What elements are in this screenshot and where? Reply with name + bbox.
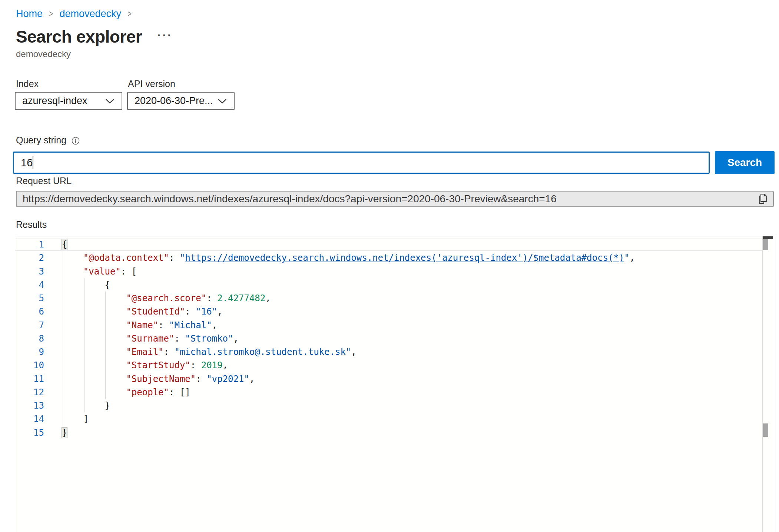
breadcrumb-link-demovedecky[interactable]: demovedecky bbox=[59, 8, 121, 20]
json-token-num: 2.4277482 bbox=[217, 293, 265, 303]
code-line[interactable]: 6 "StudentId": "16", bbox=[15, 305, 762, 318]
api-version-label: API version bbox=[128, 79, 175, 89]
code-line-text: "people": [] bbox=[62, 386, 190, 399]
scrollbar-track-divider bbox=[762, 236, 763, 532]
line-number: 2 bbox=[15, 251, 44, 265]
json-token-punct bbox=[62, 306, 126, 317]
code-line-text: { bbox=[62, 238, 67, 251]
code-line[interactable]: 11 "SubjectName": "vp2021", bbox=[15, 372, 762, 386]
context-menu-ellipsis-icon[interactable]: ··· bbox=[155, 28, 175, 43]
line-number: 5 bbox=[15, 292, 44, 305]
json-token-punct: , bbox=[249, 374, 255, 384]
json-token-key: "Email" bbox=[126, 347, 163, 357]
json-token-punct bbox=[62, 320, 126, 330]
json-token-punct bbox=[62, 253, 83, 263]
code-line[interactable]: 2 "@odata.context": "https://demovedecky… bbox=[15, 251, 762, 265]
index-label: Index bbox=[16, 79, 128, 89]
index-dropdown-value: azuresql-index bbox=[22, 95, 105, 107]
json-token-punct: , bbox=[351, 347, 356, 357]
json-token-punct: , bbox=[212, 320, 217, 330]
json-token-str: "Michal" bbox=[169, 320, 212, 330]
code-line-text: "Name": "Michal", bbox=[62, 319, 217, 332]
code-line-text: "@search.score": 2.4277482, bbox=[62, 292, 271, 305]
json-token-punct: : [ bbox=[121, 266, 137, 277]
line-number: 1 bbox=[15, 238, 44, 251]
code-line-text: "Email": "michal.stromko@.student.tuke.s… bbox=[62, 345, 357, 359]
json-token-punct bbox=[62, 347, 126, 357]
json-token-key: "Name" bbox=[126, 320, 158, 330]
line-number: 4 bbox=[15, 278, 44, 292]
page-title: Search explorer bbox=[16, 27, 142, 47]
json-token-str: "vp2021" bbox=[206, 374, 249, 384]
json-token-punct bbox=[62, 266, 83, 277]
json-token-punct: ] bbox=[62, 414, 89, 424]
json-token-key: "@search.score" bbox=[126, 293, 206, 303]
line-number: 10 bbox=[15, 359, 44, 372]
request-url-label: Request URL bbox=[16, 176, 72, 186]
code-line[interactable]: 15} bbox=[15, 426, 762, 439]
json-token-punct: , bbox=[630, 253, 635, 263]
json-token-punct: { bbox=[62, 239, 67, 250]
query-input[interactable] bbox=[13, 152, 710, 174]
code-line[interactable]: 8 "Surname": "Stromko", bbox=[15, 332, 762, 345]
results-json-editor[interactable]: 1{2 "@odata.context": "https://demovedec… bbox=[15, 236, 774, 532]
dropdown-row: azuresql-index 2020-06-30-Pre... bbox=[15, 92, 235, 110]
chevron-down-icon bbox=[217, 97, 227, 106]
json-token-punct: , bbox=[233, 333, 238, 344]
code-lines: 1{2 "@odata.context": "https://demovedec… bbox=[15, 238, 774, 439]
search-button[interactable]: Search bbox=[715, 151, 775, 174]
code-line[interactable]: 12 "people": [] bbox=[15, 386, 762, 399]
json-token-punct: : bbox=[158, 320, 169, 330]
title-row: Search explorer ··· bbox=[16, 27, 175, 47]
line-number: 12 bbox=[15, 386, 44, 399]
json-token-punct: : bbox=[206, 293, 217, 303]
json-token-num: 2019 bbox=[201, 360, 223, 370]
code-line-text: ] bbox=[62, 412, 89, 426]
json-token-punct: , bbox=[265, 293, 271, 303]
breadcrumb-link-home[interactable]: Home bbox=[16, 8, 43, 20]
json-token-punct: : [] bbox=[169, 387, 190, 398]
json-token-punct: : bbox=[196, 374, 206, 384]
request-url-field[interactable]: https://demovedecky.search.windows.net/i… bbox=[16, 191, 774, 207]
line-number: 8 bbox=[15, 332, 44, 345]
code-line[interactable]: 4 { bbox=[15, 278, 762, 292]
json-token-str: "Stromko" bbox=[185, 333, 233, 344]
code-line[interactable]: 13 } bbox=[15, 399, 762, 412]
json-token-punct: : bbox=[190, 360, 201, 370]
code-line[interactable]: 5 "@search.score": 2.4277482, bbox=[15, 292, 762, 305]
line-number: 11 bbox=[15, 372, 44, 386]
info-icon[interactable] bbox=[72, 137, 80, 145]
page-subtitle: demovedecky bbox=[16, 49, 71, 59]
text-cursor bbox=[33, 156, 33, 169]
code-line[interactable]: 3 "value": [ bbox=[15, 265, 762, 278]
json-token-str: "16" bbox=[196, 306, 217, 317]
json-token-punct bbox=[62, 374, 126, 384]
json-token-key: "people" bbox=[126, 387, 169, 398]
code-line[interactable]: 14 ] bbox=[15, 412, 762, 426]
line-number: 9 bbox=[15, 345, 44, 359]
code-line-text: "SubjectName": "vp2021", bbox=[62, 372, 255, 386]
json-token-punct: , bbox=[222, 360, 228, 370]
json-token-punct: } bbox=[62, 428, 67, 438]
code-line[interactable]: 1{ bbox=[15, 238, 762, 251]
code-line-text: "Surname": "Stromko", bbox=[62, 332, 239, 345]
json-token-punct: : bbox=[174, 333, 185, 344]
line-number: 7 bbox=[15, 319, 44, 332]
query-input-wrap bbox=[13, 152, 710, 174]
code-line-text: "@odata.context": "https://demovedecky.s… bbox=[62, 251, 635, 265]
vertical-scrollbar-thumb[interactable] bbox=[763, 239, 768, 250]
code-line[interactable]: 9 "Email": "michal.stromko@.student.tuke… bbox=[15, 345, 762, 359]
breadcrumb-separator-icon: > bbox=[49, 9, 53, 19]
copy-icon[interactable] bbox=[758, 193, 768, 205]
line-number: 3 bbox=[15, 265, 44, 278]
code-line[interactable]: 7 "Name": "Michal", bbox=[15, 319, 762, 332]
json-token-key: "value" bbox=[83, 266, 121, 277]
api-version-dropdown[interactable]: 2020-06-30-Pre... bbox=[127, 92, 235, 110]
json-token-str: "michal.stromko@.student.tuke.sk" bbox=[174, 347, 351, 357]
search-explorer-page: Home > demovedecky > Search explorer ···… bbox=[0, 0, 779, 532]
code-line[interactable]: 10 "StartStudy": 2019, bbox=[15, 359, 762, 372]
scrollbar-thumb-secondary[interactable] bbox=[763, 423, 768, 437]
index-dropdown[interactable]: azuresql-index bbox=[15, 92, 122, 110]
line-number: 14 bbox=[15, 412, 44, 426]
json-link[interactable]: https://demovedecky.search.windows.net/i… bbox=[185, 253, 624, 263]
